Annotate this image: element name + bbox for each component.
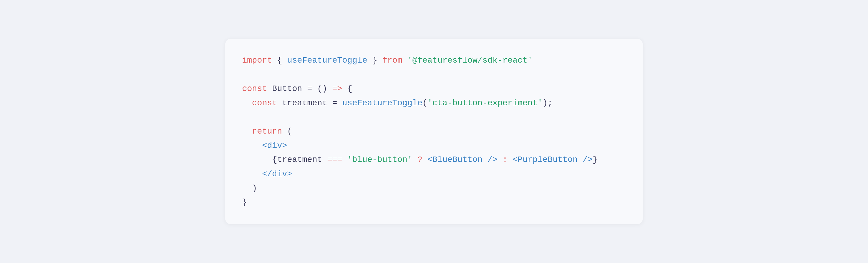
code-token: =: [332, 98, 337, 108]
code-token: (: [282, 127, 292, 136]
code-token: treatment: [282, 98, 327, 108]
code-token: import: [242, 56, 272, 65]
code-token: [342, 84, 347, 93]
code-block: import { useFeatureToggle } from '@featu…: [242, 53, 626, 210]
code-token: <PurpleButton />: [513, 155, 593, 164]
code-token: 'blue-button': [347, 155, 412, 164]
code-token: [412, 155, 417, 164]
code-token: [242, 98, 252, 108]
code-token: :: [502, 155, 507, 164]
code-token: [242, 169, 262, 179]
code-token: useFeatureToggle: [287, 56, 367, 65]
code-token: return: [252, 127, 282, 136]
code-token: <BlueButton />: [428, 155, 497, 164]
code-token: [272, 56, 277, 65]
code-token: {: [277, 56, 282, 65]
code-token: {: [272, 155, 277, 164]
code-token: }: [593, 155, 598, 164]
code-token: (: [423, 98, 428, 108]
code-line: {treatment === 'blue-button' ? <BlueButt…: [242, 153, 626, 167]
code-line: <div>: [242, 139, 626, 153]
code-token: [423, 155, 428, 164]
code-line-empty: [242, 68, 626, 82]
code-token: '@featuresflow/sdk-react': [407, 56, 533, 65]
code-token: [267, 84, 272, 93]
code-token: [312, 84, 317, 93]
code-token: Button: [272, 84, 302, 93]
code-token: [282, 56, 287, 65]
code-token: 'cta-button-experiment': [428, 98, 542, 108]
code-token: [497, 155, 502, 164]
code-container: import { useFeatureToggle } from '@featu…: [225, 39, 643, 224]
code-token: [242, 127, 252, 136]
code-token: treatment: [277, 155, 322, 164]
code-token: ===: [327, 155, 342, 164]
code-token: );: [542, 98, 553, 108]
code-token: [302, 84, 307, 93]
code-token: [402, 56, 407, 65]
code-token: [242, 155, 272, 164]
code-token: from: [382, 56, 402, 65]
code-token: [242, 141, 262, 150]
code-token: ?: [417, 155, 423, 164]
code-token: [327, 98, 332, 108]
code-token: [377, 56, 382, 65]
code-line: import { useFeatureToggle } from '@featu…: [242, 53, 626, 68]
code-token: const: [242, 84, 267, 93]
code-token: [337, 98, 342, 108]
code-token: [342, 155, 347, 164]
code-token: useFeatureToggle: [342, 98, 423, 108]
code-token: [327, 84, 332, 93]
code-token: [277, 98, 282, 108]
code-token: ): [242, 184, 257, 193]
code-token: =>: [332, 84, 342, 93]
code-token: [507, 155, 513, 164]
code-token: </div>: [262, 169, 292, 179]
code-line: }: [242, 195, 626, 210]
code-line: </div>: [242, 167, 626, 181]
code-token: }: [372, 56, 377, 65]
code-token: {: [347, 84, 352, 93]
code-line: const treatment = useFeatureToggle('cta-…: [242, 96, 626, 110]
code-line-empty: [242, 110, 626, 125]
code-token: const: [252, 98, 277, 108]
code-token: }: [242, 198, 247, 207]
code-line: const Button = () => {: [242, 82, 626, 96]
code-line: return (: [242, 124, 626, 139]
code-line: ): [242, 181, 626, 196]
code-token: (): [317, 84, 327, 93]
code-token: [367, 56, 372, 65]
code-token: [322, 155, 327, 164]
code-token: <div>: [262, 141, 287, 150]
code-token: =: [307, 84, 312, 93]
